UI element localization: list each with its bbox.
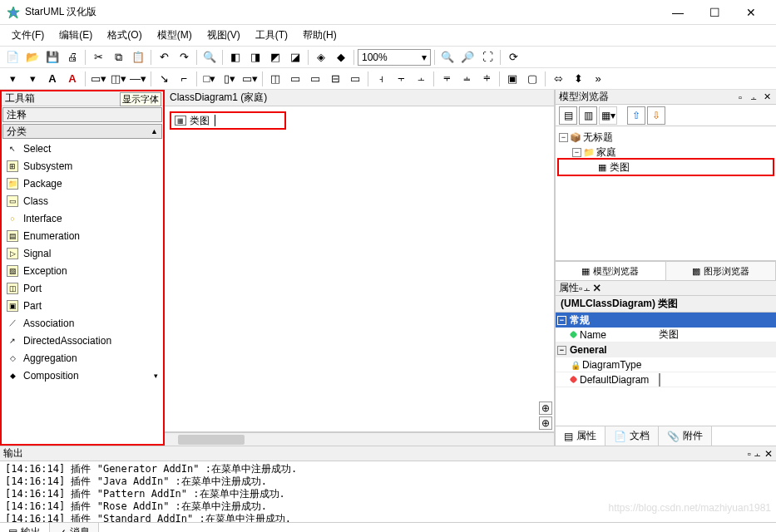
- tree-diagram[interactable]: ▦类图: [559, 160, 773, 175]
- panel-close-icon[interactable]: ✕: [761, 91, 773, 103]
- tree-root[interactable]: −📦无标题: [559, 130, 773, 145]
- paste-icon[interactable]: 📋: [129, 48, 147, 66]
- panel-dock-icon[interactable]: ▫: [734, 91, 746, 103]
- toolbox-section-annotation[interactable]: 注释: [2, 107, 162, 122]
- menu-help[interactable]: 帮助(H): [296, 26, 344, 45]
- menu-edit[interactable]: 编辑(E): [52, 26, 99, 45]
- prop-group-general-en[interactable]: −General: [556, 342, 776, 357]
- back-icon[interactable]: ▢: [523, 70, 541, 88]
- mb-up-icon[interactable]: ⇧: [627, 106, 645, 125]
- mb-down-icon[interactable]: ⇩: [647, 106, 665, 125]
- fit-icon[interactable]: ⛶: [478, 48, 497, 66]
- align-top-icon[interactable]: ⫧: [437, 70, 456, 88]
- tab-diagram-browser[interactable]: ▩图形浏览器: [666, 262, 777, 280]
- front-icon[interactable]: ▣: [503, 70, 521, 88]
- save-icon[interactable]: 💾: [43, 48, 62, 66]
- toolbox-item-aggregation[interactable]: ◇Aggregation: [2, 349, 163, 367]
- diag3-icon[interactable]: ◩: [266, 48, 284, 66]
- tab-messages[interactable]: ✓消息: [50, 523, 99, 532]
- prop-group-general-cn[interactable]: −常规: [556, 313, 776, 328]
- diag1-icon[interactable]: ◧: [226, 48, 245, 66]
- close-button[interactable]: ✕: [733, 0, 769, 25]
- tab-attachments[interactable]: 📎附件: [659, 426, 712, 446]
- toolbox-item-package[interactable]: 📁Package: [2, 175, 163, 192]
- open-icon[interactable]: 📂: [23, 48, 42, 66]
- cut-icon[interactable]: ✂: [89, 48, 107, 66]
- mb-btn2[interactable]: ▥: [579, 106, 597, 125]
- dist-h-icon[interactable]: ⬄: [549, 70, 567, 88]
- linetype2-icon[interactable]: ⌐: [175, 70, 193, 88]
- opt2-icon[interactable]: ◆: [332, 48, 350, 66]
- toolbox-item-port[interactable]: ◫Port: [2, 279, 163, 297]
- toolbox-item-enumeration[interactable]: ▤Enumeration: [2, 227, 163, 244]
- prop-close-icon[interactable]: ✕: [592, 283, 602, 294]
- toolbox-item-subsystem[interactable]: ⊞Subsystem: [2, 157, 163, 175]
- tab-output[interactable]: ▤输出: [0, 523, 50, 532]
- menu-file[interactable]: 文件(F): [5, 26, 51, 45]
- canvas-expand-v-button[interactable]: ⊕: [539, 401, 552, 415]
- menu-format[interactable]: 格式(O): [101, 26, 148, 45]
- copy-icon[interactable]: ⧉: [109, 48, 127, 66]
- diagram-name-editbox[interactable]: ▦ 类图: [170, 111, 286, 130]
- canvas-scrollbar-h[interactable]: [165, 432, 554, 446]
- zoomin-icon[interactable]: 🔎: [458, 48, 477, 66]
- prop-name-value[interactable]: 类图: [655, 328, 776, 342]
- prop-row-name[interactable]: Name 类图: [556, 328, 776, 342]
- checkbox[interactable]: [659, 373, 660, 387]
- toolbox-item-composition[interactable]: ◆Composition▾: [2, 367, 163, 384]
- dist-v-icon[interactable]: ⬍: [569, 70, 587, 88]
- fontname-dropdown[interactable]: ▾: [3, 70, 22, 88]
- diagram-canvas[interactable]: ▦ 类图 ⊕ ⊕: [165, 106, 554, 432]
- panel-pin-icon[interactable]: ⫠: [748, 91, 759, 103]
- tab-properties[interactable]: ▤属性: [556, 426, 605, 446]
- align-bottom-icon[interactable]: ⫩: [477, 70, 496, 88]
- canvas-tab[interactable]: ClassDiagram1 (家庭): [165, 90, 554, 106]
- zoomout-icon[interactable]: 🔍: [438, 48, 457, 66]
- out-close-icon[interactable]: ✕: [764, 448, 773, 460]
- toolbox-item-association[interactable]: ／Association: [2, 314, 163, 332]
- toolbox-item-interface[interactable]: ○Interface: [2, 209, 163, 227]
- toolbox-item-directedassociation[interactable]: ↗DirectedAssociation: [2, 332, 163, 349]
- tree-package[interactable]: −📁家庭: [559, 145, 773, 160]
- align-center-icon[interactable]: ⫟: [392, 70, 410, 88]
- tab-model-browser[interactable]: ▦模型浏览器: [556, 262, 666, 280]
- refresh-icon[interactable]: ⟳: [504, 48, 522, 66]
- print-icon[interactable]: 🖨: [63, 48, 82, 66]
- out-pin-icon[interactable]: ⫠: [753, 448, 763, 460]
- align-left-icon[interactable]: ⫞: [372, 70, 390, 88]
- fontsize-dropdown[interactable]: ▾: [23, 70, 42, 88]
- style3-icon[interactable]: ▭▾: [240, 70, 259, 88]
- linecolor-icon[interactable]: ◫▾: [109, 70, 127, 88]
- minimize-button[interactable]: —: [660, 0, 696, 25]
- prop-row-diagramtype[interactable]: 🔒DiagramType: [556, 357, 776, 372]
- toolbox-section-category[interactable]: 分类▲: [2, 124, 162, 139]
- font-icon[interactable]: A: [43, 70, 62, 88]
- diag2-icon[interactable]: ◨: [246, 48, 264, 66]
- diag4-icon[interactable]: ◪: [286, 48, 304, 66]
- align-right-icon[interactable]: ⫠: [412, 70, 430, 88]
- output-log[interactable]: [14:16:14] 插件 "Generator AddIn" :在菜单中注册成…: [0, 461, 776, 522]
- mb-btn1[interactable]: ▤: [559, 106, 577, 125]
- mb-btn3[interactable]: ▦▾: [599, 106, 617, 125]
- toolbox-item-signal[interactable]: ▷Signal: [2, 244, 163, 262]
- undo-icon[interactable]: ↶: [155, 48, 173, 66]
- prop-row-defaultdiagram[interactable]: DefaultDiagram: [556, 372, 776, 387]
- prop-pin-icon[interactable]: ⫠: [582, 283, 592, 294]
- style8-icon[interactable]: ▭: [346, 70, 364, 88]
- style2-icon[interactable]: ▯▾: [220, 70, 239, 88]
- toolbox-item-select[interactable]: ↖Select: [2, 140, 163, 157]
- out-dock-icon[interactable]: ▫: [748, 448, 751, 460]
- align-middle-icon[interactable]: ⫨: [457, 70, 476, 88]
- menu-model[interactable]: 模型(M): [151, 26, 199, 45]
- style6-icon[interactable]: ▭: [306, 70, 324, 88]
- toolbox-item-class[interactable]: ▭Class: [2, 192, 163, 209]
- font-display-button[interactable]: 显示字体: [120, 92, 161, 106]
- toolbox-item-exception[interactable]: ▧Exception: [2, 262, 163, 279]
- style5-icon[interactable]: ▭: [286, 70, 304, 88]
- style4-icon[interactable]: ◫: [266, 70, 284, 88]
- style7-icon[interactable]: ⊟: [326, 70, 344, 88]
- new-icon[interactable]: 📄: [3, 48, 22, 66]
- tab-documentation[interactable]: 📄文档: [605, 426, 659, 446]
- style1-icon[interactable]: □▾: [200, 70, 219, 88]
- more-icon[interactable]: »: [589, 70, 607, 88]
